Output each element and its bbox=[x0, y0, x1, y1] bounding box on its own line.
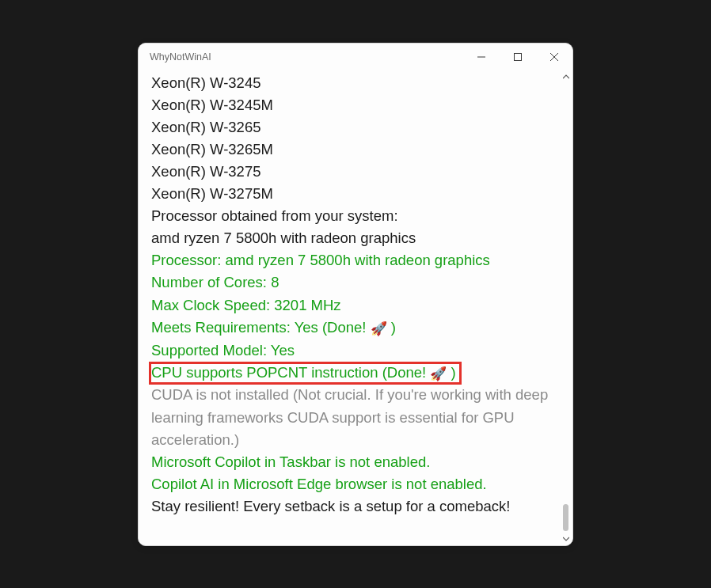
output-line: Xeon(R) W-3245 bbox=[151, 72, 555, 94]
rocket-icon: 🚀 bbox=[430, 364, 447, 385]
titlebar[interactable]: WhyNotWinAI bbox=[139, 44, 572, 70]
text-span: ) bbox=[447, 364, 455, 381]
output-line: Meets Requirements: Yes (Done! 🚀 ) bbox=[151, 317, 555, 340]
output-line: Processor obtained from your system: bbox=[151, 205, 555, 227]
minimize-button[interactable] bbox=[463, 44, 500, 70]
close-button[interactable] bbox=[536, 44, 572, 70]
text-span: Meets Requirements: Yes (Done! bbox=[151, 319, 371, 336]
svg-rect-1 bbox=[515, 53, 522, 60]
output-line: Microsoft Copilot in Taskbar is not enab… bbox=[151, 451, 555, 473]
chevron-down-icon bbox=[563, 536, 569, 542]
text-span: CPU supports POPCNT instruction (Done! bbox=[151, 364, 430, 381]
rocket-icon: 🚀 bbox=[371, 319, 387, 340]
highlighted-line: CPU supports POPCNT instruction (Done! 🚀… bbox=[151, 362, 555, 385]
chevron-up-icon bbox=[563, 74, 569, 80]
output-line: amd ryzen 7 5800h with radeon graphics bbox=[151, 227, 555, 249]
output-line: CUDA is not installed (Not crucial. If y… bbox=[151, 384, 555, 450]
scrollbar[interactable] bbox=[560, 70, 572, 545]
scroll-thumb[interactable] bbox=[563, 504, 568, 531]
output-line: Processor: amd ryzen 7 5800h with radeon… bbox=[151, 249, 555, 271]
content-wrap: Xeon(R) W-3245 Xeon(R) W-3245M Xeon(R) W… bbox=[139, 70, 572, 545]
scroll-down-button[interactable] bbox=[560, 533, 572, 545]
output-line: Stay resilient! Every setback is a setup… bbox=[151, 495, 555, 518]
output-line: Number of Cores: 8 bbox=[151, 271, 555, 294]
output-line: Max Clock Speed: 3201 MHz bbox=[151, 294, 555, 317]
output-line: Xeon(R) W-3245M bbox=[151, 94, 555, 116]
output-line: Xeon(R) W-3275M bbox=[151, 183, 555, 205]
window-title: WhyNotWinAI bbox=[150, 51, 463, 63]
output-line: Xeon(R) W-3265 bbox=[151, 116, 555, 138]
output-line: Copilot AI in Microsoft Edge browser is … bbox=[151, 473, 555, 495]
highlight-box: CPU supports POPCNT instruction (Done! 🚀… bbox=[149, 362, 462, 385]
scroll-up-button[interactable] bbox=[560, 70, 572, 83]
output-line: Xeon(R) W-3265M bbox=[151, 138, 555, 161]
output-line: Xeon(R) W-3275 bbox=[151, 161, 555, 183]
output-line: Supported Model: Yes bbox=[151, 340, 555, 362]
window-controls bbox=[463, 44, 572, 70]
output-content[interactable]: Xeon(R) W-3245 Xeon(R) W-3245M Xeon(R) W… bbox=[139, 70, 560, 545]
app-window: WhyNotWinAI Xeon(R) W-3245 Xeon(R) W-324… bbox=[138, 43, 573, 546]
maximize-button[interactable] bbox=[500, 44, 536, 70]
text-span: ) bbox=[387, 319, 396, 336]
maximize-icon bbox=[514, 53, 522, 61]
close-icon bbox=[550, 53, 558, 61]
minimize-icon bbox=[477, 53, 485, 61]
